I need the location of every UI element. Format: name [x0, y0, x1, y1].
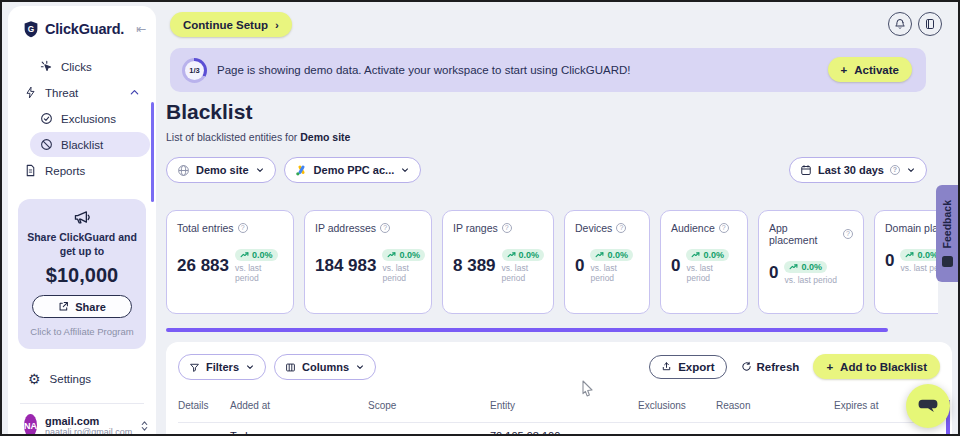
chevron-down-icon [255, 165, 265, 175]
info-icon[interactable]: ? [719, 223, 729, 233]
stats-cards-row: Total entries? 26 883 0.0%vs. last perio… [166, 210, 938, 316]
sidebar-item-threat[interactable]: Threat [14, 80, 150, 105]
stat-value: 184 983 [315, 256, 376, 276]
trend-value: 0.0% [801, 262, 822, 272]
setup-progress-ring: 1/3 [182, 58, 207, 83]
column-header-reason[interactable]: Reason [716, 400, 750, 411]
sidebar-item-settings[interactable]: ⚙ Settings [8, 367, 156, 391]
sidebar-item-label: Threat [45, 87, 78, 99]
help-center-button[interactable] [918, 12, 942, 36]
sidebar: G ClickGuard. ⇤ Clicks Threat E [8, 6, 156, 434]
refresh-button[interactable]: Refresh [741, 361, 800, 373]
stat-card-audience: Audience? 0 0.0%vs. last period [660, 210, 748, 314]
stat-card-ip-ranges: IP ranges? 8 389 0.0%vs. last period [442, 210, 554, 314]
book-icon [924, 18, 936, 30]
trend-badge: 0.0% [900, 249, 938, 261]
trend-badge: 0.0% [686, 249, 729, 261]
trend-value: 0.0% [519, 250, 540, 260]
feedback-tab[interactable]: Feedback [936, 185, 958, 282]
page-subtitle-site: Demo site [300, 131, 350, 143]
chat-launcher-button[interactable] [906, 384, 950, 428]
column-header-scope[interactable]: Scope [368, 400, 396, 411]
affiliate-link[interactable]: Click to Affiliate Program [24, 326, 140, 337]
column-header-entity[interactable]: Entity [490, 400, 515, 411]
sidebar-scrollbar[interactable] [151, 102, 154, 202]
demo-data-banner: 1/3 Page is showing demo data. Activate … [170, 48, 926, 92]
compare-label: vs. last period [900, 263, 938, 273]
cards-horizontal-scrollbar[interactable] [166, 328, 888, 332]
trend-value: 0.0% [703, 250, 724, 260]
sidebar-divider [20, 403, 144, 404]
trend-value: 0.0% [252, 250, 273, 260]
trend-value: 0.0% [399, 250, 420, 260]
google-ads-icon [295, 164, 308, 177]
date-range-selector[interactable]: Last 30 days ? [789, 157, 927, 183]
filters-button[interactable]: Filters [178, 354, 266, 380]
feedback-icon [942, 256, 953, 267]
export-button[interactable]: Export [649, 355, 726, 379]
add-to-blacklist-button[interactable]: + Add to Blacklist [813, 354, 940, 379]
globe-icon [177, 164, 190, 177]
sidebar-item-label: Clicks [61, 61, 92, 73]
columns-button[interactable]: Columns [274, 354, 376, 380]
compare-label: vs. last period [686, 263, 737, 283]
stat-label: App placement [769, 222, 839, 246]
account-email: naatali.ro@gmail.com [45, 427, 132, 436]
column-header-expires-at[interactable]: Expires at [834, 400, 878, 411]
table-row[interactable]: Today 70.105.98.100 [178, 430, 940, 436]
info-icon[interactable]: ? [380, 223, 390, 233]
stat-value: 0 [671, 256, 680, 276]
stat-value: 26 883 [177, 256, 229, 276]
share-button-label: Share [75, 301, 106, 313]
calendar-icon [800, 164, 812, 176]
sidebar-item-exclusions[interactable]: Exclusions [30, 106, 150, 131]
sidebar-item-label: Reports [45, 165, 85, 177]
continue-setup-button[interactable]: Continue Setup › [170, 12, 292, 37]
page-subtitle-prefix: List of blacklisted entities for [166, 131, 300, 143]
column-header-added-at[interactable]: Added at [230, 400, 270, 411]
chevron-down-icon [245, 362, 255, 372]
refresh-label: Refresh [757, 361, 800, 373]
sidebar-item-clicks[interactable]: Clicks [30, 54, 150, 79]
chevron-down-icon [906, 165, 916, 175]
info-icon[interactable]: ? [843, 229, 853, 239]
refresh-icon [741, 361, 752, 372]
sidebar-collapse-icon[interactable]: ⇤ [136, 22, 146, 36]
document-icon [24, 164, 37, 177]
stat-label: Total entries [177, 222, 234, 234]
share-button[interactable]: Share [32, 295, 132, 318]
plus-icon: + [826, 361, 833, 373]
info-icon[interactable]: ? [238, 223, 248, 233]
promo-text-line1: Share ClickGuard and [24, 231, 140, 245]
stat-card-domain-placement: Domain placement? 0 0.0%vs. last period [874, 210, 938, 314]
info-icon[interactable]: ? [502, 223, 512, 233]
promo-text-line2: get up to [24, 245, 140, 259]
table-header-row: Details Added at Scope Entity Exclusions… [178, 400, 940, 418]
columns-label: Columns [302, 361, 349, 373]
notifications-button[interactable] [888, 12, 912, 36]
account-switcher[interactable]: NA gmail.com naatali.ro@gmail.com [8, 412, 156, 436]
stat-value: 0 [885, 251, 894, 271]
stat-label: Audience [671, 222, 715, 234]
site-selector[interactable]: Demo site [166, 157, 276, 183]
brand-name: ClickGuard. [45, 21, 131, 37]
sidebar-item-reports[interactable]: Reports [14, 158, 150, 183]
info-icon[interactable]: ? [616, 223, 626, 233]
check-circle-icon [40, 112, 53, 125]
ppc-account-selector[interactable]: Demo PPC ac... [284, 157, 422, 183]
column-header-exclusions[interactable]: Exclusions [638, 400, 686, 411]
export-label: Export [678, 361, 714, 373]
chevron-up-icon[interactable] [129, 87, 140, 98]
cell-entity: 70.105.98.100 [490, 430, 560, 436]
compare-label: vs. last period [235, 263, 283, 283]
promo-amount: $10,000 [24, 264, 140, 287]
stat-value: 0 [575, 256, 584, 276]
site-selector-value: Demo site [196, 164, 249, 176]
affiliate-promo-card[interactable]: Share ClickGuard and get up to $10,000 S… [18, 199, 146, 349]
activate-button[interactable]: + Activate [828, 57, 912, 82]
app-window: G ClickGuard. ⇤ Clicks Threat E [0, 0, 960, 436]
stat-label: Devices [575, 222, 612, 234]
sidebar-item-blacklist[interactable]: Blacklist [30, 132, 150, 157]
column-header-details[interactable]: Details [178, 400, 209, 411]
chat-bubble-icon [917, 397, 939, 415]
